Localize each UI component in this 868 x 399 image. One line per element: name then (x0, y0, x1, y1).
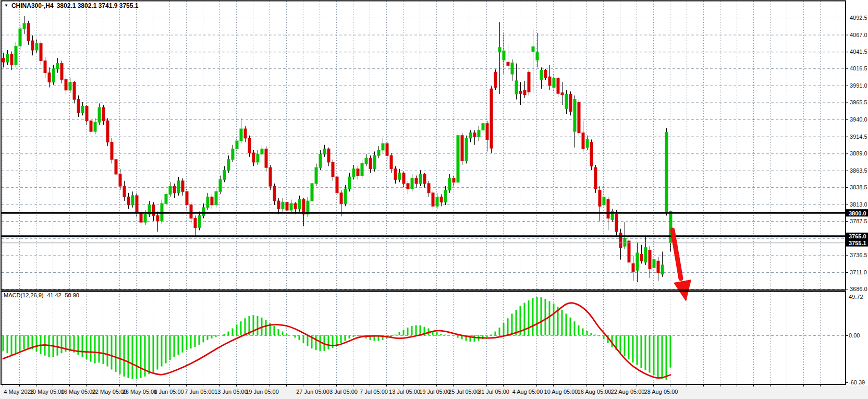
macd-axis-label: 49.72 (849, 294, 863, 300)
time-axis-label: 16 Aug 05:00 (578, 389, 612, 395)
price-axis-label: 3711.0 (850, 269, 867, 275)
time-axis-label: 22 May 05:00 (92, 389, 127, 395)
time-axis-label: 31 Jul 05:00 (478, 389, 509, 395)
macd-indicator-label: MACD(12,26,9) -41.42 -50.90 (4, 292, 79, 298)
time-axis-label: 16 May 05:00 (61, 389, 96, 395)
macd-axis-label: -60.39 (849, 379, 865, 385)
price-axis-label: 3736.5 (850, 252, 867, 258)
time-axis-label: 10 Aug 05:00 (544, 389, 578, 395)
ohlc-readout: 3802.1 3802.1 3741.9 3755.1 (57, 2, 139, 9)
price-axis-label: 3940.0 (850, 116, 867, 123)
time-axis-label: 19 Jun 05:00 (246, 389, 279, 395)
trading-chart-window: 4092.54067.04041.54016.53991.03965.53940… (0, 0, 868, 399)
price-axis-label: 4041.5 (850, 49, 867, 55)
chart-title: ▼ CHINA300-,H4 3802.1 3802.1 3741.9 3755… (4, 2, 138, 9)
price-axis-label: 3991.0 (850, 82, 867, 89)
time-axis-label: 1 Jun 05:00 (154, 389, 184, 395)
time-axis-label: 25 Jul 05:00 (448, 389, 480, 395)
symbol-marker-icon: ▼ (4, 3, 8, 8)
time-axis-label: 3 Jul 05:00 (329, 389, 358, 395)
price-tag-label: 3755.1 (849, 240, 866, 246)
price-axis-label: 3686.0 (850, 286, 867, 292)
time-axis-label: 7 Jul 05:00 (360, 389, 388, 395)
time-axis-label: 28 Aug 05:00 (644, 389, 678, 395)
price-axis-label: 3863.5 (850, 167, 867, 174)
macd-axis-label: 0.00 (849, 332, 860, 338)
price-axis-label: 4092.5 (850, 15, 867, 21)
time-axis[interactable]: 4 May 202310 May 05:0016 May 05:0022 May… (4, 389, 678, 395)
time-axis-label: 13 Jun 05:00 (214, 389, 248, 395)
price-tag-label: 3800.0 (849, 210, 866, 216)
time-axis-label: 4 Aug 05:00 (512, 389, 543, 395)
price-tag-label: 3765.0 (849, 233, 866, 239)
time-axis-label: 13 Jul 05:00 (389, 389, 420, 395)
chart-canvas[interactable]: 4092.54067.04041.54016.53991.03965.53940… (0, 0, 868, 399)
price-axis-label: 3889.0 (850, 150, 867, 156)
price-axis-label: 4067.0 (850, 32, 867, 38)
price-axis-label: 3965.5 (850, 99, 867, 105)
price-axis-label: 3813.0 (850, 201, 867, 208)
price-axis-label: 3838.5 (850, 184, 867, 190)
price-axis-label: 3914.5 (850, 134, 867, 140)
price-axis-label: 3787.5 (850, 218, 867, 224)
time-axis-label: 22 Aug 05:00 (611, 389, 645, 395)
time-axis-label: 27 Jun 05:00 (296, 389, 329, 395)
time-axis-label: 26 May 05:00 (123, 389, 157, 395)
time-axis-label: 10 May 05:00 (30, 389, 65, 395)
time-axis-label: 7 Jun 05:00 (185, 389, 215, 395)
price-axis-label: 4016.5 (850, 65, 867, 71)
symbol-period-label: CHINA300-,H4 (11, 2, 54, 9)
time-axis-label: 19 Jul 05:00 (419, 389, 450, 395)
